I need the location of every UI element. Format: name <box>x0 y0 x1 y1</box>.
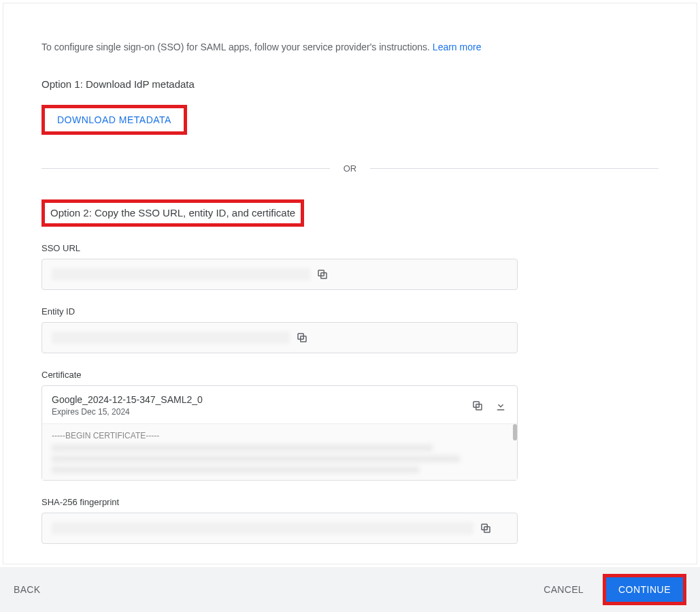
certificate-body-redacted <box>52 445 433 451</box>
highlight-continue: CONTINUE <box>603 574 686 605</box>
certificate-body-redacted <box>52 455 460 462</box>
sso-url-field <box>41 259 518 290</box>
copy-icon[interactable] <box>471 399 484 413</box>
back-button[interactable]: BACK <box>14 584 40 595</box>
sso-url-value-redacted <box>52 268 310 280</box>
copy-icon[interactable] <box>316 268 329 281</box>
footer-bar: BACK CANCEL CONTINUE <box>0 567 700 612</box>
certificate-card: Google_2024-12-15-347_SAML2_0 Expires De… <box>41 385 518 481</box>
download-metadata-button[interactable]: DOWNLOAD METADATA <box>45 108 184 131</box>
highlight-option2: Option 2: Copy the SSO URL, entity ID, a… <box>41 199 304 227</box>
sha-fingerprint-field <box>41 513 518 544</box>
instruction-text-body: To configure single sign-on (SSO) for SA… <box>41 42 433 52</box>
sha-fingerprint-value-redacted <box>52 522 473 534</box>
option2-title: Option 2: Copy the SSO URL, entity ID, a… <box>50 207 295 219</box>
entity-id-field <box>41 322 518 353</box>
certificate-name: Google_2024-12-15-347_SAML2_0 <box>52 394 465 405</box>
scrollbar[interactable] <box>513 424 517 440</box>
certificate-label: Certificate <box>41 370 659 380</box>
instruction-text: To configure single sign-on (SSO) for SA… <box>41 42 659 52</box>
or-label: OR <box>330 163 371 174</box>
or-separator: OR <box>41 163 659 174</box>
sha-fingerprint-label: SHA-256 fingerprint <box>41 497 659 507</box>
certificate-begin-marker: -----BEGIN CERTIFICATE----- <box>52 431 507 440</box>
copy-icon[interactable] <box>295 331 309 344</box>
learn-more-link[interactable]: Learn more <box>433 42 482 52</box>
option1-title: Option 1: Download IdP metadata <box>41 78 195 90</box>
entity-id-value-redacted <box>52 332 290 344</box>
copy-icon[interactable] <box>479 521 493 535</box>
cancel-button[interactable]: CANCEL <box>544 584 584 595</box>
entity-id-label: Entity ID <box>41 306 659 317</box>
certificate-expires: Expires Dec 15, 2024 <box>52 407 465 417</box>
config-card: To configure single sign-on (SSO) for SA… <box>3 3 697 564</box>
certificate-body-redacted <box>52 466 419 473</box>
download-icon[interactable] <box>494 399 507 413</box>
highlight-download: DOWNLOAD METADATA <box>41 105 187 135</box>
sso-url-label: SSO URL <box>41 243 659 253</box>
continue-button[interactable]: CONTINUE <box>606 577 683 602</box>
